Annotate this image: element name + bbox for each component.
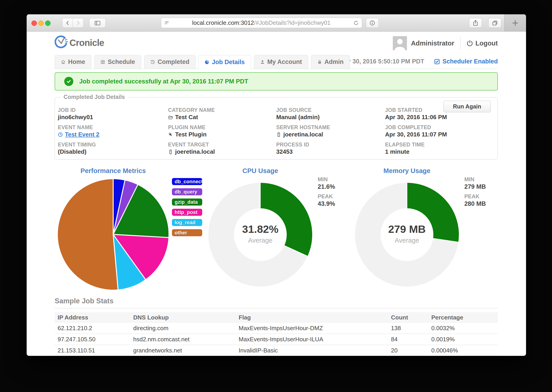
- field-label: PLUGIN NAME: [168, 124, 205, 131]
- field-value-plugin-name: Test Plugin: [168, 131, 207, 138]
- chevron-right-icon: [75, 20, 81, 26]
- scheduler-toggle[interactable]: Scheduler Enabled: [434, 58, 498, 65]
- table-header-row: IP AddressDNS LookupFlagCountPercentage: [55, 312, 498, 323]
- checkbox-checked-icon: [434, 58, 440, 65]
- cpu-chart-title: CPU Usage: [208, 167, 313, 175]
- tab-home[interactable]: Home: [55, 55, 91, 69]
- tab-label: Completed: [158, 58, 189, 65]
- logout-label: Logout: [475, 40, 498, 47]
- table-cell: 84: [391, 334, 398, 345]
- field-label: PROCESS ID: [276, 142, 309, 148]
- sidebar-toggle-button[interactable]: [89, 18, 106, 28]
- browser-titlebar: local.cronicle.com:3012/#JobDetails?id=j…: [27, 14, 526, 32]
- sidebar-icon: [94, 20, 101, 26]
- field-label: ELAPSED TIME: [385, 142, 425, 148]
- stats-section-title: Sample Job Stats: [55, 297, 113, 305]
- table-cell: 138: [391, 323, 401, 334]
- person-icon: [260, 60, 265, 64]
- reader-icon[interactable]: [164, 21, 169, 26]
- field-value-job-id: jino6chwy01: [58, 114, 93, 121]
- field-label: JOB STARTED: [385, 107, 422, 113]
- field-label: CATEGORY NAME: [168, 107, 215, 113]
- table-cell: 0.0032%: [431, 323, 455, 334]
- server-icon: [168, 149, 173, 154]
- legend-badge-db_query: db_query: [172, 188, 202, 195]
- tab-overview-button[interactable]: [488, 18, 501, 28]
- job-details-fieldset: Completed Job Details Run Again JOB IDji…: [55, 97, 498, 160]
- tab-schedule[interactable]: Schedule: [94, 55, 141, 69]
- table-cell: 97.247.105.50: [58, 334, 95, 345]
- legend-badge-log_read: log_read: [172, 219, 202, 226]
- field-value-server-hostname: joeretina.local: [276, 131, 323, 138]
- field-value-event-name[interactable]: Test Event 2: [58, 131, 99, 138]
- power-icon: [466, 40, 473, 47]
- cpu-donut-chart: 31.82% Average: [208, 182, 313, 287]
- table-cell: 21.153.110.51: [58, 345, 95, 356]
- tab-job-details[interactable]: Job Details: [199, 55, 251, 69]
- fieldset-legend: Completed Job Details: [61, 94, 128, 100]
- reload-icon[interactable]: [353, 20, 359, 26]
- field-value-process-id: 32453: [276, 148, 293, 155]
- field-value-job-source: Manual (admin): [276, 114, 320, 121]
- field-label: EVENT TARGET: [168, 142, 209, 148]
- alert-message: Job completed successfully at Apr 30, 20…: [79, 78, 248, 85]
- plug-icon: [168, 132, 173, 137]
- page-info-button[interactable]: [366, 18, 379, 28]
- tabs-icon: [492, 20, 498, 26]
- username[interactable]: Administrator: [411, 40, 454, 47]
- avatar[interactable]: [393, 36, 407, 50]
- run-again-button[interactable]: Run Again: [443, 101, 491, 112]
- tab-admin[interactable]: Admin: [311, 55, 350, 69]
- forward-button[interactable]: [73, 18, 84, 28]
- table-cell: 20: [391, 345, 398, 356]
- close-window-button[interactable]: [31, 21, 37, 26]
- column-header-flag: Flag: [239, 312, 251, 323]
- cpu-min-label: MIN: [318, 176, 368, 182]
- address-bar[interactable]: local.cronicle.com:3012/#JobDetails?id=j…: [161, 18, 362, 28]
- zoom-window-button[interactable]: [45, 21, 51, 26]
- pie-chart-title: Performance Metrics: [56, 167, 170, 175]
- field-label: JOB SOURCE: [276, 107, 312, 113]
- tab-completed[interactable]: Completed: [144, 55, 196, 69]
- table-cell: directing.com: [133, 323, 168, 334]
- performance-pie-chart: [56, 178, 170, 291]
- table-cell: 0.00046%: [431, 345, 458, 356]
- table-cell: grandnetworks.net: [133, 345, 182, 356]
- browser-window: local.cronicle.com:3012/#JobDetails?id=j…: [27, 14, 526, 356]
- history-icon: [150, 60, 155, 64]
- field-value-event-target: joeretina.local: [168, 148, 215, 155]
- field-value-job-completed: Apr 30, 2016 11:07 PM: [385, 131, 447, 138]
- pie-legend: db_connectdb_querygzip_datahttp_postlog_…: [172, 178, 203, 239]
- tab-bar: HomeScheduleCompletedJob DetailsMy Accou…: [55, 55, 350, 69]
- column-header-count: Count: [391, 312, 408, 323]
- tab-my-account[interactable]: My Account: [254, 55, 308, 69]
- success-alert: Job completed successfully at Apr 30, 20…: [55, 72, 498, 91]
- share-button[interactable]: [469, 18, 482, 28]
- share-icon: [472, 20, 479, 26]
- field-value-category-name: Test Cat: [168, 114, 198, 121]
- table-cell: InvalidIP-Basic: [239, 345, 278, 356]
- chevron-left-icon: [65, 20, 70, 26]
- table-cell: hsd2.nm.comcast.net: [133, 334, 189, 345]
- url-path: /#JobDetails?id=jino6chwy01: [254, 19, 330, 26]
- field-label: EVENT TIMING: [58, 142, 96, 148]
- home-icon: [61, 60, 65, 64]
- back-button[interactable]: [62, 18, 73, 28]
- minimize-window-button[interactable]: [38, 21, 44, 26]
- field-label: JOB ID: [58, 107, 76, 113]
- table-cell: MaxEvents-ImpsUserHour-DMZ: [239, 323, 323, 334]
- field-value-elapsed-time: 1 minute: [385, 148, 409, 155]
- new-tab-button[interactable]: +: [504, 14, 526, 31]
- check-circle-icon: [64, 77, 73, 86]
- table-row: 97.247.105.50hsd2.nm.comcast.netMaxEvent…: [55, 334, 498, 345]
- info-icon: [369, 20, 375, 26]
- memory-peak-label: PEAK: [464, 193, 515, 200]
- field-label: JOB COMPLETED: [385, 124, 431, 131]
- legend-badge-gzip_data: gzip_data: [172, 198, 202, 206]
- logout-button[interactable]: Logout: [466, 40, 498, 47]
- memory-min-value: 279 MB: [464, 183, 515, 190]
- server-icon: [276, 132, 281, 137]
- field-label: EVENT NAME: [58, 124, 93, 131]
- folder-icon: [168, 115, 173, 120]
- job-stats-table: IP AddressDNS LookupFlagCountPercentage6…: [55, 312, 498, 356]
